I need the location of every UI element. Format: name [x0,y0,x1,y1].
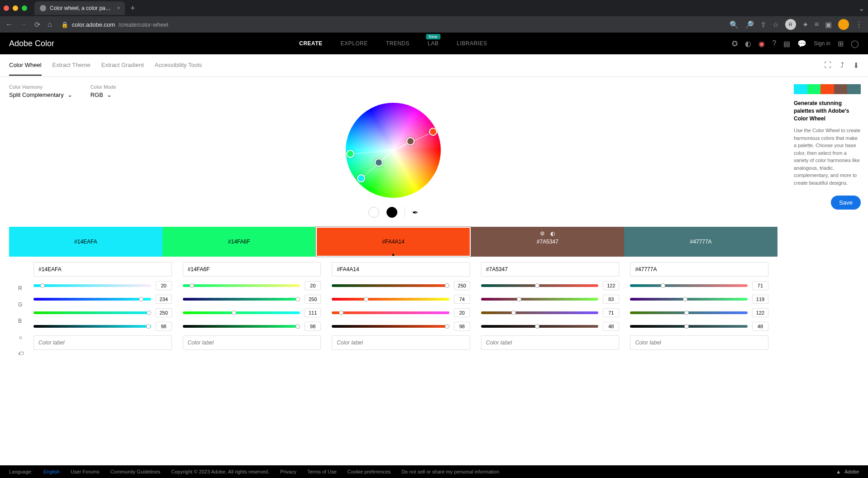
slider-value[interactable]: 98 [156,322,172,331]
slider-value[interactable]: 71 [752,281,768,290]
tab-color-wheel[interactable]: Color Wheel [9,55,42,76]
cc-icon[interactable]: ◯ [851,39,859,48]
swatch[interactable]: #7A5347⚙◐ [471,227,624,257]
slider-value[interactable]: 122 [603,281,619,290]
address-bar[interactable]: 🔒 color.adobe.com/create/color-wheel [57,21,724,28]
slider-value[interactable]: 250 [454,281,470,290]
footer-link[interactable]: Terms of Use [307,469,337,474]
hex-input[interactable] [481,262,620,277]
wheel-handle[interactable] [346,150,354,158]
signin-link[interactable]: Sign in [814,40,830,47]
hex-input[interactable] [332,262,470,277]
slider-value[interactable]: 98 [305,322,321,331]
eyedropper-icon[interactable]: ✒ [412,208,418,217]
contrast-icon[interactable]: ◐ [745,39,751,48]
slider-value[interactable]: 250 [156,308,172,317]
mode-select[interactable]: RGB ⌄ [91,91,116,98]
color-label-input[interactable] [481,335,620,350]
slider-value[interactable]: 20 [454,308,470,317]
footer-link[interactable]: Privacy [280,469,296,474]
slider-value[interactable]: 48 [603,322,619,331]
slider[interactable] [332,284,449,287]
reload-icon[interactable]: ⟳ [34,20,40,29]
slider[interactable] [481,284,599,287]
slider[interactable] [630,284,748,287]
slider[interactable] [630,311,748,314]
window-close[interactable] [4,5,9,11]
slider-value[interactable]: 20 [156,281,172,290]
slider-value[interactable]: 122 [752,308,768,317]
slider-value[interactable]: 111 [305,308,321,317]
slider[interactable] [332,298,449,301]
zoom-in-icon[interactable]: 🔍 [730,20,739,29]
language-select[interactable]: English [43,469,60,474]
slider[interactable] [183,325,300,328]
wheel-handle[interactable] [375,158,383,167]
menu-icon[interactable]: ⋮ [855,20,863,29]
slider[interactable] [183,284,300,287]
new-tab-button[interactable]: + [130,4,135,13]
slider-value[interactable]: 20 [305,281,321,290]
nav-explore[interactable]: EXPLORE [340,40,367,47]
tab-close-icon[interactable]: × [117,5,119,11]
harmony-select[interactable]: Split Complementary ⌄ [9,91,72,98]
slider[interactable] [33,311,151,314]
browser-tab[interactable]: Color wheel, a color palette ge... × [34,1,125,15]
forward-icon[interactable]: → [20,20,27,29]
hex-input[interactable] [630,262,768,277]
chat-icon[interactable]: 💬 [797,39,806,48]
download-icon[interactable]: ⬇ [853,61,859,70]
back-icon[interactable]: ← [5,20,13,29]
save-button[interactable]: Save [831,196,861,210]
tab-extract-gradient[interactable]: Extract Gradient [101,55,144,76]
nav-libraries[interactable]: LIBRARIES [457,40,487,47]
slider[interactable] [481,298,599,301]
wheel-handle[interactable] [357,174,365,182]
slider[interactable] [481,311,599,314]
sidepanel-icon[interactable]: ▣ [825,20,832,29]
swatch[interactable]: #14FA6F [162,227,316,257]
slider[interactable] [33,298,151,301]
dark-mode-toggle[interactable] [386,207,397,218]
nav-create[interactable]: CREATE [299,40,322,47]
extensions-icon[interactable]: ✦ [802,20,808,29]
slider-value[interactable]: 234 [156,295,172,304]
footer-link[interactable]: User Forums [71,469,100,474]
footer-link[interactable]: Community Guidelines [110,469,161,474]
home-icon[interactable]: ⌂ [48,20,52,29]
slider[interactable] [332,325,449,328]
slider[interactable] [183,311,300,314]
slider-value[interactable]: 74 [454,295,470,304]
slider-value[interactable]: 98 [454,322,470,331]
wheel-handle[interactable] [429,128,437,136]
nav-lab[interactable]: New LAB [428,40,439,47]
help-icon[interactable]: ? [772,39,776,48]
tabs-dropdown-icon[interactable]: ⌄ [858,4,864,13]
star-icon[interactable]: ✪ [732,39,738,48]
tab-accessibility[interactable]: Accessibility Tools [155,55,202,76]
color-label-input[interactable] [183,335,321,350]
swatch[interactable]: #47777A [624,227,777,257]
hex-input[interactable] [183,262,321,277]
hex-input[interactable] [33,262,172,277]
color-label-input[interactable] [630,335,768,350]
adjust-icon[interactable]: ⚙ [540,230,545,237]
light-mode-toggle[interactable] [368,207,379,218]
apps-icon[interactable]: ⊞ [838,39,844,48]
slider[interactable] [33,284,151,287]
feedback-icon[interactable]: ▤ [783,39,790,48]
slider[interactable] [630,325,748,328]
adobe-logo[interactable]: Adobe Color [9,39,54,48]
slider[interactable] [33,325,151,328]
color-wheel[interactable] [346,103,441,198]
slider-value[interactable]: 250 [305,295,321,304]
window-minimize[interactable] [13,5,18,11]
slider-value[interactable]: 119 [752,295,768,304]
fullscreen-icon[interactable]: ⛶ [824,61,831,70]
contrast-icon[interactable]: ◐ [550,230,555,237]
slider[interactable] [332,311,449,314]
tab-extract-theme[interactable]: Extract Theme [52,55,91,76]
swatch[interactable]: #14EAFA [9,227,162,257]
color-wheel-icon[interactable]: ◉ [758,39,765,48]
wheel-handle[interactable] [406,137,415,145]
